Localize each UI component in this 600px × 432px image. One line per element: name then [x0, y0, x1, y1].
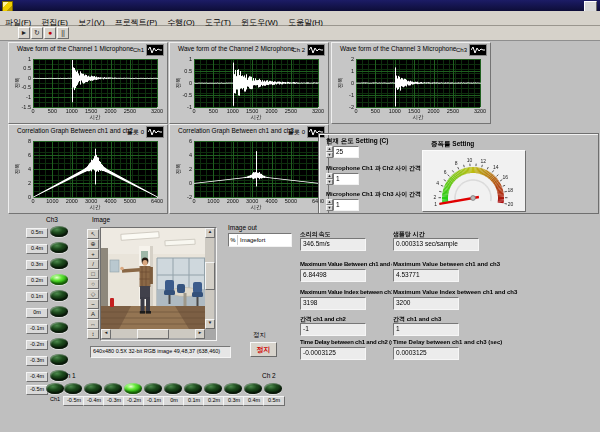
title-bar — [0, 0, 600, 11]
readout-value-0-left: 346.5m/s — [300, 238, 366, 251]
legend-label: Ch3 — [456, 47, 467, 53]
path-icon: % — [229, 235, 238, 245]
rectangle-tool-icon[interactable]: □ — [87, 269, 99, 279]
pause-button[interactable]: || — [57, 27, 69, 39]
vertical-scroll-thumb[interactable] — [205, 262, 215, 290]
correlation-graph-ch1-ch2: Correlation Graph Between ch1 and ch2 플롯… — [8, 124, 168, 214]
position-label-h--0.2m: -0.2m — [123, 396, 145, 406]
polygon-tool-icon[interactable]: ◇ — [87, 289, 99, 299]
position-led-v-0.5m — [50, 226, 68, 237]
graph-title: Correlation Graph Between ch1 and ch2 — [17, 127, 133, 134]
position-led-h--0.5m — [64, 383, 82, 394]
readout-label-1-right: Maximum Value between ch1 and ch3 — [393, 261, 500, 267]
crosshair-tool-icon[interactable]: + — [87, 249, 99, 259]
mic13-distance-value[interactable]: 1 — [333, 199, 359, 211]
position-label-h-0.3m: 0.3m — [223, 396, 245, 406]
position-label-h-0.4m: 0.4m — [243, 396, 265, 406]
cursor-tool-icon[interactable]: ↖ — [87, 229, 99, 239]
annotate-tool-icon[interactable]: A — [87, 309, 99, 319]
pan-tool-icon[interactable]: ↔ — [87, 319, 99, 329]
image-vertical-scrollbar[interactable]: ▲ ▼ — [205, 228, 214, 329]
readout-value-1-right: 4.53771 — [393, 269, 459, 282]
spinner-arrows[interactable]: ▲▼ — [326, 199, 333, 211]
mic12-distance-value[interactable]: 1 — [333, 173, 359, 185]
position-label-v--0.4m: -0.4m — [26, 372, 48, 382]
position-label-v--0.1m: -0.1m — [26, 324, 48, 334]
waveform-graph-ch3: Wave form of the Channel 3 Microphone Ch… — [331, 42, 491, 124]
stop-button[interactable]: 정지 — [250, 342, 277, 357]
position-label-h--0.5m: -0.5m — [63, 396, 85, 406]
position-label-v--0.3m: -0.3m — [26, 356, 48, 366]
mic12-distance-label: Microphone Ch1 과 Ch2 사이 간격 (m) — [326, 164, 432, 173]
menu-bar: 파일(F)편집(E)보기(V)프로젝트(P)수행(O)도구(T)윈도우(W)도움… — [0, 11, 600, 26]
zoom-tool-icon[interactable]: ⊕ — [87, 239, 99, 249]
image-status-bar: 640x480 0.5X 32-bit RGB image 49,48,37 (… — [90, 346, 231, 358]
readout-value-3-left: -1 — [300, 323, 366, 336]
image-display[interactable]: ▲ ▼ ◄ ► — [100, 227, 217, 341]
position-led-v--0.4m — [50, 370, 68, 381]
position-label-h--0.1m: -0.1m — [143, 396, 165, 406]
position-led-h--0.2m — [124, 383, 142, 394]
graph-title: Wave form of the Channel 2 Microphone — [178, 45, 294, 52]
position-led-v--0.1m — [50, 322, 68, 333]
scroll-up-icon[interactable]: ▲ — [205, 228, 215, 238]
waveform-plot-ch2[interactable] — [173, 55, 325, 121]
waveform-plot-ch3[interactable] — [335, 55, 487, 121]
position-label-v-0.2m: 0.2m — [26, 276, 48, 286]
position-led-v--0.3m — [50, 354, 68, 365]
correlation-graph-ch1-ch3: Correlation Graph Between ch1 and ch3 플롯… — [169, 124, 329, 214]
abort-button[interactable]: ● — [44, 27, 56, 39]
labview-front-panel: 파일(F)편집(E)보기(V)프로젝트(P)수행(O)도구(T)윈도우(W)도움… — [0, 0, 600, 432]
scroll-right-icon[interactable]: ► — [195, 329, 205, 339]
position-label-v-0.1m: 0.1m — [26, 292, 48, 302]
readout-value-2-right: 3200 — [393, 297, 459, 310]
mic12-distance-input[interactable]: ▲▼ 1 — [326, 173, 359, 185]
readout-label-2-right: Maximum Value Index between ch1 and ch3 — [393, 289, 517, 295]
oval-tool-icon[interactable]: ○ — [87, 279, 99, 289]
position-label-v-0.5m: 0.5m — [26, 228, 48, 238]
temperature-input[interactable]: ▲▼ 25 — [326, 146, 359, 158]
readout-value-0-right: 0.000313 sec/sample — [393, 238, 479, 251]
waveform-plot-ch1[interactable] — [12, 55, 164, 121]
graph-title: Correlation Graph Between ch1 and ch3 — [178, 127, 294, 134]
scroll-tool-icon[interactable]: ↕ — [87, 329, 99, 339]
stop-button-label: 정지 — [253, 331, 266, 340]
gain-gauge[interactable] — [422, 150, 526, 212]
position-led-v--0.5m — [46, 383, 64, 394]
image-out-label: Image out — [228, 224, 257, 231]
position-label-v-0.3m: 0.3m — [26, 260, 48, 270]
position-led-h-0.1m — [184, 383, 202, 394]
line-tool-icon[interactable]: / — [87, 259, 99, 269]
run-button[interactable]: ► — [18, 27, 30, 39]
correlation-plot-ch1-ch3[interactable] — [173, 137, 325, 211]
position-label-h-0.5m: 0.5m — [263, 396, 285, 406]
legend-label: 플롯 0 — [288, 128, 305, 137]
position-label-h--0.3m: -0.3m — [103, 396, 125, 406]
position-led-v-0.1m — [50, 290, 68, 301]
correlation-plot-ch1-ch2[interactable] — [12, 137, 164, 211]
position-label-h-0m: 0m — [163, 396, 185, 406]
mic13-distance-input[interactable]: ▲▼ 1 — [326, 199, 359, 211]
horizontal-corner-label: Ch1 — [46, 396, 64, 402]
freehand-tool-icon[interactable]: ~ — [87, 299, 99, 309]
horizontal-scroll-thumb[interactable] — [137, 329, 169, 339]
graph-title: Wave form of the Channel 3 Microphone — [340, 45, 456, 52]
image-horizontal-scrollbar[interactable]: ◄ ► — [101, 329, 205, 338]
position-led-h-0.4m — [244, 383, 262, 394]
temperature-value[interactable]: 25 — [333, 146, 359, 158]
run-continuous-button[interactable]: ↻ — [31, 27, 43, 39]
image-out-path-value[interactable]: Imagefort — [238, 235, 265, 245]
spinner-arrows[interactable]: ▲▼ — [326, 173, 333, 185]
position-led-h-0.3m — [224, 383, 242, 394]
readout-label-2-left: Maximum Value Index between ch1 and ch2 — [300, 289, 392, 295]
spinner-arrows[interactable]: ▲▼ — [326, 146, 333, 158]
scroll-down-icon[interactable]: ▼ — [205, 319, 215, 329]
image-out-path-control[interactable]: % Imagefort — [228, 233, 292, 247]
waveform-graph-ch2: Wave form of the Channel 2 Microphone Ch… — [169, 42, 329, 124]
readout-value-2-left: 3198 — [300, 297, 366, 310]
camera-image[interactable] — [101, 228, 205, 329]
gain-gauge-dial[interactable] — [423, 151, 523, 209]
scroll-left-icon[interactable]: ◄ — [101, 329, 111, 339]
waveform-graph-ch1: Wave form of the Channel 1 Microphone Ch… — [8, 42, 168, 124]
legend-label: Ch1 — [133, 47, 144, 53]
